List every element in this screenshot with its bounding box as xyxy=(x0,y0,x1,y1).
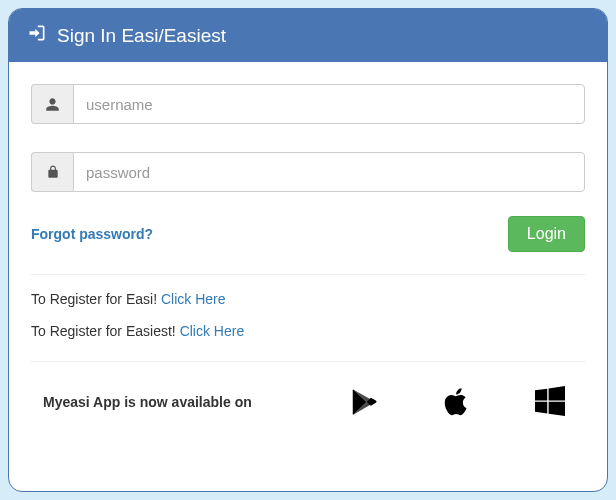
register-easi-link[interactable]: Click Here xyxy=(161,291,226,307)
register-easiest-link[interactable]: Click Here xyxy=(180,323,245,339)
register-easiest-line: To Register for Easiest! Click Here xyxy=(31,323,585,339)
login-button[interactable]: Login xyxy=(508,216,585,252)
card-body: Forgot password? Login To Register for E… xyxy=(9,62,607,491)
forgot-password-link[interactable]: Forgot password? xyxy=(31,226,153,242)
login-card: Sign In Easi/Easiest Forgot password? Lo… xyxy=(8,8,608,492)
card-header: Sign In Easi/Easiest xyxy=(9,9,607,62)
apple-icon[interactable] xyxy=(443,386,471,418)
register-easiest-text: To Register for Easiest! xyxy=(31,323,180,339)
password-group xyxy=(31,152,585,192)
google-play-icon[interactable] xyxy=(349,386,379,418)
actions-row: Forgot password? Login xyxy=(31,216,585,252)
signin-arrow-icon xyxy=(27,23,47,48)
user-icon xyxy=(31,84,73,124)
app-promo-text: Myeasi App is now available on xyxy=(43,394,252,410)
separator xyxy=(31,274,585,275)
password-input[interactable] xyxy=(73,152,585,192)
windows-icon[interactable] xyxy=(535,386,565,418)
register-easi-text: To Register for Easi! xyxy=(31,291,161,307)
username-input[interactable] xyxy=(73,84,585,124)
app-store-icons xyxy=(349,386,565,418)
app-promo-row: Myeasi App is now available on xyxy=(31,378,585,418)
header-title: Sign In Easi/Easiest xyxy=(57,25,226,47)
lock-icon xyxy=(31,152,73,192)
register-easi-line: To Register for Easi! Click Here xyxy=(31,291,585,307)
separator-2 xyxy=(31,361,585,362)
username-group xyxy=(31,84,585,124)
